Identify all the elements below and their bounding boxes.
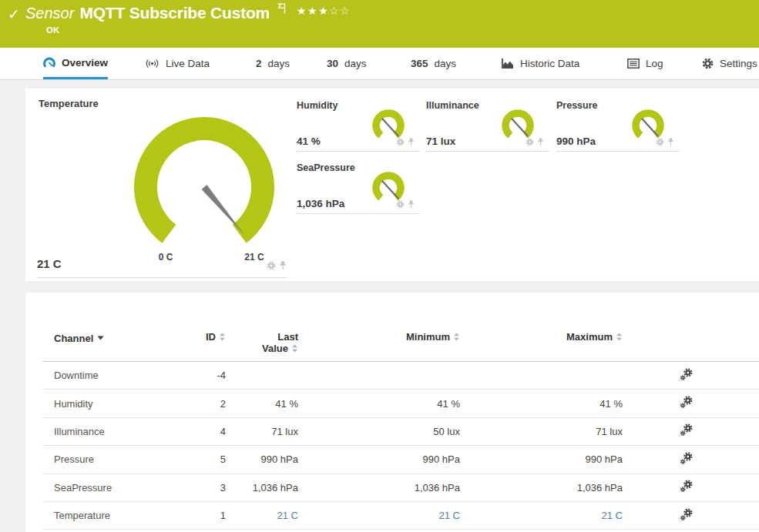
sensor-type-label: Sensor bbox=[25, 5, 74, 22]
channel-table: Channel ID Last Value Minimum Maximum bbox=[42, 293, 759, 530]
tab-bar: Overview Live Data 2 days 30 days 365 da… bbox=[0, 48, 759, 80]
gauge-icon bbox=[43, 57, 55, 69]
pin-icon[interactable] bbox=[408, 138, 415, 146]
sensor-overview-page: ✓ Sensor MQTT Subscribe Custom ★★★☆☆ OK … bbox=[0, 0, 759, 532]
pin-icon[interactable] bbox=[279, 261, 287, 270]
gauge-value: 41 % bbox=[297, 136, 321, 147]
gauge-value: 71 lux bbox=[426, 136, 455, 147]
gear-icon[interactable] bbox=[396, 138, 405, 146]
table-header-row: Channel ID Last Value Minimum Maximum bbox=[42, 293, 759, 362]
gauge-title: Humidity bbox=[297, 100, 338, 111]
rating-stars[interactable]: ★★★☆☆ bbox=[297, 5, 351, 17]
channel-settings-icon[interactable] bbox=[680, 396, 693, 409]
gauge-title: Temperature bbox=[39, 98, 99, 109]
gauges-panel: Temperature 0 C 21 C 21 C Humidity bbox=[25, 89, 759, 281]
gauge-needle bbox=[202, 185, 245, 236]
gauge-value: 990 hPa bbox=[556, 136, 596, 147]
column-header-channel[interactable]: Channel bbox=[42, 331, 189, 344]
check-icon: ✓ bbox=[8, 5, 20, 23]
page-title: MQTT Subscribe Custom bbox=[79, 4, 270, 22]
channel-settings-icon[interactable] bbox=[680, 480, 693, 493]
channel-table-panel: Channel ID Last Value Minimum Maximum bbox=[25, 293, 759, 532]
tab-live-data[interactable]: Live Data bbox=[145, 48, 210, 79]
gear-icon bbox=[702, 58, 714, 69]
tab-365-days[interactable]: 365 days bbox=[411, 48, 456, 79]
tab-log[interactable]: Log bbox=[627, 48, 663, 79]
gauge-needle bbox=[383, 182, 398, 199]
column-header-minimum[interactable]: Minimum bbox=[298, 331, 460, 343]
gear-icon[interactable] bbox=[267, 261, 276, 270]
log-icon bbox=[627, 59, 640, 69]
tab-historic-data[interactable]: Historic Data bbox=[501, 48, 579, 79]
tab-30-days[interactable]: 30 days bbox=[327, 48, 367, 79]
column-header-last-value[interactable]: Last Value bbox=[226, 331, 298, 355]
gear-icon[interactable] bbox=[396, 200, 405, 209]
table-row-temperature[interactable]: Temperature 1 21 C 21 C 21 C bbox=[42, 502, 759, 530]
pin-icon[interactable] bbox=[537, 138, 544, 146]
sort-icon bbox=[616, 332, 623, 343]
gauge-title: Pressure bbox=[556, 100, 598, 111]
gauge-value: 1,036 hPa bbox=[297, 198, 344, 209]
caret-down-icon bbox=[97, 331, 104, 343]
tab-2-days[interactable]: 2 days bbox=[256, 48, 290, 79]
gauge-panel-illuminance: Illuminance 71 lux bbox=[426, 96, 549, 152]
table-row-humidity[interactable]: Humidity 2 41 % 41 % 41 % bbox=[42, 390, 759, 417]
gauge-scale-min: 0 C bbox=[143, 252, 189, 263]
gauge-needle bbox=[512, 119, 528, 136]
sort-icon bbox=[291, 343, 298, 355]
gauge-value: 21 C bbox=[37, 257, 62, 270]
sort-icon bbox=[219, 332, 226, 343]
table-row-illuminance[interactable]: Illuminance 4 71 lux 50 lux 71 lux bbox=[42, 418, 759, 446]
gauge-panel-pressure: Pressure 990 hPa bbox=[556, 96, 680, 152]
column-header-id[interactable]: ID bbox=[189, 331, 226, 343]
gauge-panel-humidity: Humidity 41 % bbox=[297, 96, 420, 152]
tab-settings[interactable]: Settings bbox=[702, 48, 757, 79]
table-row-pressure[interactable]: Pressure 5 990 hPa 990 hPa 990 hPa bbox=[42, 446, 759, 473]
status-badge: OK bbox=[46, 25, 59, 35]
gauge-panel-seapressure: SeaPressure 1,036 hPa bbox=[297, 159, 420, 214]
gear-icon[interactable] bbox=[656, 138, 664, 146]
area-chart-icon bbox=[501, 58, 514, 69]
column-header-maximum[interactable]: Maximum bbox=[460, 331, 623, 343]
temperature-gauge bbox=[127, 110, 281, 264]
gauge-title: SeaPressure bbox=[297, 162, 355, 173]
sort-icon bbox=[453, 332, 460, 343]
divider bbox=[37, 277, 287, 278]
broadcast-icon bbox=[145, 58, 160, 69]
gauge-arc bbox=[146, 129, 263, 234]
gauge-title: Illuminance bbox=[426, 100, 479, 111]
gear-icon[interactable] bbox=[526, 138, 534, 146]
channel-settings-icon[interactable] bbox=[680, 452, 693, 465]
pin-icon[interactable] bbox=[408, 200, 415, 209]
sensor-status-banner: ✓ Sensor MQTT Subscribe Custom ★★★☆☆ OK bbox=[0, 0, 759, 48]
gauge-panel-temperature: Temperature 0 C 21 C 21 C bbox=[25, 89, 291, 281]
table-row-downtime[interactable]: Downtime -4 bbox=[42, 362, 759, 390]
gauge-needle bbox=[643, 119, 658, 136]
channel-settings-icon[interactable] bbox=[680, 423, 693, 437]
channel-settings-icon[interactable] bbox=[680, 508, 693, 521]
table-row-seapressure[interactable]: SeaPressure 3 1,036 hPa 1,036 hPa 1,036 … bbox=[42, 474, 759, 502]
pin-icon[interactable] bbox=[667, 138, 674, 146]
gauge-needle bbox=[383, 119, 398, 136]
channel-settings-icon[interactable] bbox=[680, 368, 693, 381]
tab-overview[interactable]: Overview bbox=[43, 48, 108, 79]
flag-icon[interactable] bbox=[277, 3, 287, 17]
